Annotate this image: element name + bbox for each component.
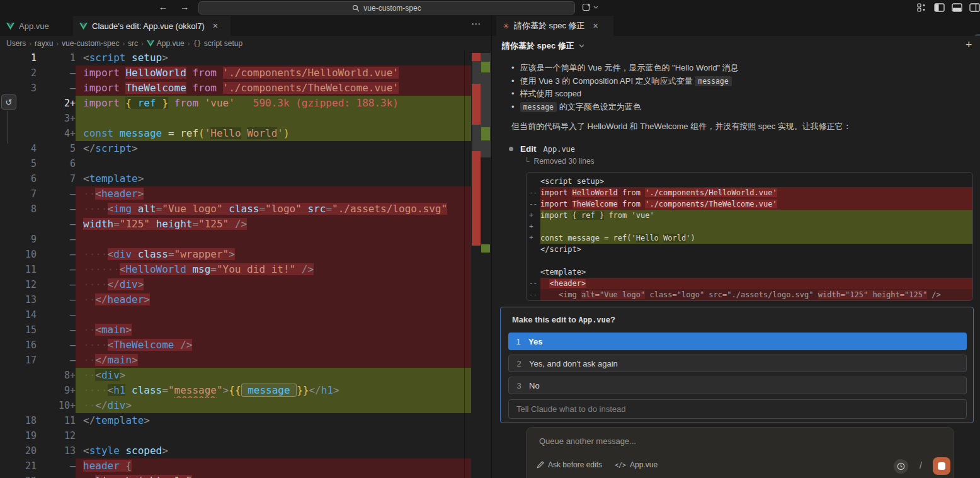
option-label: Yes — [528, 337, 542, 346]
option-label: No — [529, 381, 540, 390]
code-line[interactable]: 16–····<TheWelcome /> — [0, 338, 471, 353]
code-icon: </> — [615, 462, 626, 469]
context-file-label[interactable]: App.vue — [630, 460, 658, 469]
code-line[interactable]: 2–import HelloWorld from './components/H… — [0, 65, 471, 81]
assistant-message-bullets: •应该是一个简单的 Vue 元件，显示蓝色的 "Hello World" 消息•… — [511, 62, 965, 113]
code-line[interactable]: 22–··line-height: 1.5 — [0, 474, 471, 478]
toggle-secondary-sidebar-icon[interactable] — [969, 3, 980, 12]
bullet-icon: • — [511, 89, 515, 98]
symbol-braces-icon: {} — [193, 39, 201, 47]
code-line[interactable]: 2+import { ref } from 'vue' 590.3k (gzip… — [0, 96, 471, 111]
overview-mark — [481, 244, 490, 253]
overview-ruler[interactable] — [471, 50, 491, 478]
vue-logo-icon — [79, 23, 88, 30]
search-value: vue-custom-spec — [363, 4, 421, 13]
diff-preview-line: +const message = ref('Hello World') — [527, 232, 972, 244]
revert-block-icon[interactable]: ↺ — [1, 94, 16, 110]
option-no[interactable]: 3 No — [508, 377, 967, 394]
conversation-title-label: 請你基於 spec 修正 — [502, 40, 574, 52]
code-line[interactable]: 1912 — [0, 428, 471, 443]
breadcrumb-item[interactable]: App.vue — [147, 39, 185, 48]
code-line[interactable]: 10+··</div> — [0, 398, 471, 413]
bullet-icon: • — [511, 63, 515, 72]
tab-claude-chat[interactable]: ✳ 請你基於 spec 修正 × — [496, 16, 613, 36]
diff-preview-line: +import { ref } from 'vue' — [527, 210, 972, 221]
option-number: 2 — [514, 359, 524, 368]
code-line[interactable]: 3+ — [0, 111, 471, 126]
diff-preview-box[interactable]: <script setup>--import HelloWorld from '… — [526, 172, 973, 301]
code-line[interactable]: 67<template> — [0, 171, 471, 186]
option-number: 3 — [514, 381, 524, 390]
chevron-down-icon — [593, 6, 598, 9]
code-line[interactable]: 8+··<div> — [0, 368, 471, 383]
close-tab-icon[interactable]: × — [593, 21, 598, 31]
vscode-window: ← → vue-custom-spec App.vue Claude's edi… — [0, 0, 980, 478]
code-line[interactable]: 13–··</header> — [0, 292, 471, 307]
bullet-item: •样式使用 scoped — [511, 88, 965, 101]
bullet-icon: • — [511, 76, 515, 86]
code-line[interactable]: –width="125" height="125" /> — [0, 217, 471, 232]
diff-preview-line: --import HelloWorld from './components/H… — [527, 187, 972, 198]
feedback-input[interactable]: Tell Claude what to do instead — [508, 399, 967, 419]
tab-app-vue[interactable]: App.vue — [0, 16, 73, 36]
breadcrumb-item[interactable]: rayxu — [35, 39, 53, 48]
code-line[interactable]: 45</script> — [0, 141, 471, 156]
diff-preview-line: + — [527, 221, 972, 232]
conversation-title[interactable]: 請你基於 spec 修正 — [502, 40, 584, 52]
vue-logo-icon — [6, 23, 14, 30]
code-line[interactable]: 21–header { — [0, 458, 471, 474]
code-line[interactable]: 4+const message = ref('Hello World') — [0, 126, 471, 141]
code-line[interactable]: 11<script setup> — [0, 50, 471, 65]
forward-icon[interactable]: → — [180, 2, 189, 12]
code-line[interactable]: 14– — [0, 307, 471, 322]
message-composer[interactable]: Queue another message... Ask before edit… — [526, 427, 954, 478]
bullet-item: •message 的文字颜色设定为蓝色 — [511, 101, 965, 114]
tab-claudes-edit[interactable]: Claude's edit: App.vue (okkol7) × — [73, 16, 231, 36]
history-clock-button[interactable] — [894, 459, 908, 474]
overview-mark — [472, 84, 481, 125]
code-line[interactable]: 12–····</div> — [0, 277, 471, 292]
title-bar: ← → vue-custom-spec — [0, 0, 980, 16]
diff-preview-line: </script> — [527, 244, 972, 255]
breadcrumb-item[interactable]: src — [128, 39, 138, 48]
option-yes-dont-ask[interactable]: 2 Yes, and don't ask again — [508, 355, 967, 372]
breadcrumb[interactable]: Users›rayxu›vue-custom-spec›src›App.vue›… — [0, 36, 491, 50]
code-line[interactable]: 10–····<div class="wrapper"> — [0, 247, 471, 262]
customize-layout-icon[interactable] — [917, 3, 927, 12]
option-yes[interactable]: 1 Yes — [508, 333, 967, 350]
breadcrumb-separator-icon: › — [29, 40, 31, 47]
breadcrumb-separator-icon: › — [56, 40, 59, 47]
breadcrumb-separator-icon: › — [122, 40, 125, 47]
edit-mode-label[interactable]: Ask before edits — [548, 460, 602, 469]
new-window-button[interactable] — [582, 3, 598, 12]
new-chat-button[interactable]: + — [966, 38, 972, 52]
breadcrumb-item[interactable]: vue-custom-spec — [62, 39, 119, 48]
code-line[interactable]: 17–··</main> — [0, 353, 471, 368]
code-line[interactable]: 11–······<HelloWorld msg="You did it!" /… — [0, 262, 471, 277]
code-line[interactable]: 56 — [0, 156, 471, 171]
diff-preview-line — [527, 255, 972, 266]
code-line[interactable]: 15–··<main> — [0, 322, 471, 338]
close-tab-icon[interactable]: × — [213, 21, 218, 31]
code-line[interactable]: 9– — [0, 232, 471, 247]
new-window-icon — [582, 3, 591, 12]
stop-button[interactable] — [933, 457, 950, 475]
bullet-item: •应该是一个简单的 Vue 元件，显示蓝色的 "Hello World" 消息 — [511, 62, 965, 75]
toggle-panel-icon[interactable] — [952, 3, 962, 12]
toggle-primary-sidebar-icon[interactable] — [934, 3, 945, 12]
code-line[interactable]: 3–import TheWelcome from './components/T… — [0, 81, 471, 96]
back-icon[interactable]: ← — [159, 2, 168, 12]
code-line[interactable]: 7–··<header> — [0, 186, 471, 202]
option-number: 1 — [513, 337, 523, 346]
breadcrumb-item[interactable]: Users — [6, 39, 26, 48]
code-line[interactable]: 1811</template> — [0, 413, 471, 428]
tool-result-meta: └ Removed 30 lines — [524, 157, 595, 166]
code-line[interactable]: 2013<style scoped> — [0, 443, 471, 458]
editor-more-actions-icon[interactable]: ⋯ — [471, 18, 481, 30]
command-center-search[interactable]: vue-custom-spec — [198, 1, 575, 14]
breadcrumb-item[interactable]: {}script setup — [193, 39, 242, 48]
edit-permission-dialog: Make this edit to App.vue? 1 Yes 2 Yes, … — [500, 307, 974, 423]
code-line[interactable]: 8–····<img alt="Vue logo" class="logo" s… — [0, 202, 471, 217]
code-line[interactable]: 9+····<h1 class="message">{{ message }}<… — [0, 383, 471, 398]
tool-name: Edit — [520, 144, 537, 154]
